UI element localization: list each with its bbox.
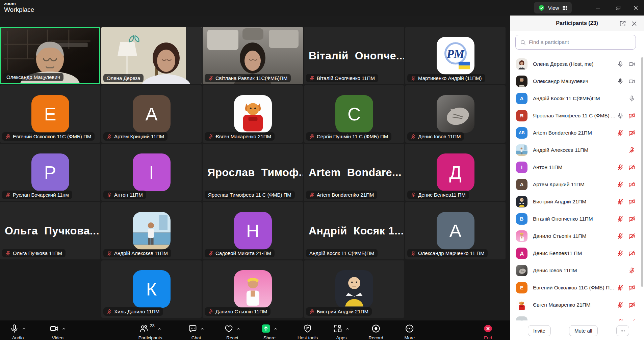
letter-avatar: Н <box>234 212 272 250</box>
participant-tile[interactable]: Д Денис Беляев11 ПМ <box>405 144 506 201</box>
participant-row[interactable]: АВ Artem Bondarenko 21ПМ <box>510 124 644 141</box>
view-button[interactable]: View <box>534 2 572 13</box>
tile-name-text: Ярослав Тимофеев 11 С (ФМБ) ПМ <box>208 192 291 198</box>
end-button[interactable]: End <box>483 323 493 340</box>
participant-row[interactable]: Е Евгений Осколков 11С (ФМБ) П... <box>510 279 644 296</box>
chevron-up-icon[interactable] <box>157 327 162 331</box>
close-panel-icon[interactable] <box>630 20 638 27</box>
participants-panel-title: Participants (23) <box>556 20 598 26</box>
chevron-up-icon[interactable] <box>200 327 205 331</box>
participant-row[interactable]: А Андрій Косяк 11 С(ФМБ)ПМ <box>510 90 644 107</box>
find-participant-input[interactable] <box>529 39 636 45</box>
participant-avatar: В <box>516 213 527 225</box>
invite-button[interactable]: Invite <box>528 325 551 336</box>
participant-tile[interactable]: Artem Bondare... Artem Bondarenko 21ПМ <box>304 144 404 201</box>
chevron-up-icon[interactable] <box>22 327 26 331</box>
tile-name-label: Руслан Бочарский 11пм <box>2 191 72 199</box>
participant-row[interactable]: Данило Стьопін 11ПМ <box>510 227 644 245</box>
minimize-button[interactable] <box>589 0 606 16</box>
participant-tile[interactable]: Євген Макаренко 21ПМ <box>203 85 303 143</box>
participant-row[interactable]: Д Денис Беляев11 ПМ <box>510 245 644 262</box>
participant-tile[interactable]: Олена Дереза <box>101 27 202 84</box>
participants-button[interactable]: 23 Participants <box>138 323 162 340</box>
tile-name-text: Руслан Бочарский 11пм <box>13 192 69 198</box>
letter-avatar: А <box>516 93 527 104</box>
photo-avatar <box>234 270 272 308</box>
participant-tile[interactable]: Ярослав Тимоф... Ярослав Тимофеев 11 С (… <box>203 144 303 201</box>
more-icon <box>405 324 414 333</box>
participant-row[interactable]: Денис Іовов 11ПМ <box>510 262 644 279</box>
mic-status-icon <box>617 198 624 205</box>
participant-status-icons <box>617 78 635 85</box>
restore-button[interactable] <box>610 0 626 16</box>
participant-tile[interactable]: К Хиль Данило 11ПМ <box>101 260 202 318</box>
participant-tile[interactable]: Андрій Алексєєв 11ПМ <box>101 202 202 259</box>
participants-more-button[interactable] <box>616 325 629 336</box>
participant-row[interactable]: Олена Дереза (Host, me) <box>510 55 644 73</box>
participant-tile[interactable]: А Олександр Марченко 11 ПМ <box>405 202 506 259</box>
photo-avatar <box>516 58 527 70</box>
close-window-button[interactable] <box>627 0 644 16</box>
tile-name-label: Андрій Косяк 11 С(ФМБ)ПМ <box>306 249 378 257</box>
participant-row[interactable]: Олександр Мацулевич <box>510 73 644 90</box>
letter-avatar: С <box>335 95 373 133</box>
tile-name-text: Андрій Косяк 11 С(ФМБ)ПМ <box>309 250 374 256</box>
camera-status-icon <box>628 164 635 171</box>
participant-tile[interactable]: Е Евгений Осколков 11С (ФМБ) ПМ <box>0 85 100 143</box>
participant-avatar <box>516 230 527 242</box>
popout-panel-icon[interactable] <box>619 20 626 27</box>
chevron-up-icon[interactable] <box>62 327 66 331</box>
toolbar-button-label: End <box>484 335 492 340</box>
chevron-up-icon[interactable] <box>274 327 278 331</box>
audio-button[interactable]: Audio <box>10 323 26 340</box>
participant-tile[interactable]: Олександр Мацулевич <box>0 27 100 84</box>
participant-row[interactable]: І Антон 11ПМ <box>510 159 644 176</box>
participant-row[interactable]: Я Ярослав Тимофеев 11 С (ФМБ) ... <box>510 107 644 124</box>
participant-tile[interactable]: С Сергій Пушмін 11 С (ФМБ) ПМ <box>304 85 404 143</box>
toolbar-button-label: Record <box>368 335 383 340</box>
participant-avatar <box>516 76 527 87</box>
participant-name: Антон 11ПМ <box>533 164 617 170</box>
share-button[interactable]: Share <box>261 323 278 340</box>
record-button[interactable]: Record <box>368 323 383 340</box>
video-button[interactable]: Video <box>50 323 66 340</box>
participant-row[interactable]: Бистрий Андрій 21ПМ <box>510 193 644 210</box>
participant-name: Бистрий Андрій 21ПМ <box>533 199 617 205</box>
participant-tile[interactable]: І Антон 11ПМ <box>101 144 202 201</box>
participant-avatar: Е <box>516 282 527 293</box>
participant-tile[interactable]: Бистрий Андрій 21ПМ <box>304 260 404 318</box>
participant-row[interactable]: Євген Макаренко 21ПМ <box>510 296 644 313</box>
more-button[interactable]: More <box>405 323 415 340</box>
react-button[interactable]: React <box>224 323 241 340</box>
chevron-up-icon[interactable] <box>236 327 241 331</box>
panel-scrollbar[interactable] <box>641 57 643 287</box>
participant-tile[interactable]: Н Садовой Микита 21-ПМ <box>203 202 303 259</box>
participant-tile[interactable]: Р Руслан Бочарский 11пм <box>0 144 100 201</box>
participant-tile[interactable]: Ольга Пучкова... Ольга Пучкова 11ПМ <box>0 202 100 259</box>
mute-all-button[interactable]: Mute all <box>569 325 598 336</box>
participants-panel-footer: Invite Mute all <box>510 320 644 340</box>
participant-tile[interactable]: Денис Іовов 11ПМ <box>405 85 506 143</box>
participant-tile[interactable]: РМ Мартиненко Андрій (11ПМ) <box>405 27 506 84</box>
chevron-up-icon[interactable] <box>345 327 350 331</box>
participant-tile[interactable]: Андрій Косяк 1... Андрій Косяк 11 С(ФМБ)… <box>304 202 404 259</box>
participant-row[interactable]: Андрій Алексєєв 11ПМ <box>510 141 644 159</box>
participant-row[interactable]: А Артем Крицкий 11ПМ <box>510 176 644 193</box>
participant-tile[interactable]: А Артем Крицкий 11ПМ <box>101 85 202 143</box>
apps-button[interactable]: Apps <box>333 323 350 340</box>
react-icon <box>224 324 234 333</box>
participant-tile[interactable]: Світлана Равлик 11С(ФМБ)ПМ <box>203 27 303 84</box>
title-bar: zoom Workplace View <box>0 0 644 16</box>
brand-zoom: zoom <box>4 1 34 6</box>
mic-status-icon <box>617 181 624 188</box>
muted-mic-icon <box>5 251 11 256</box>
host-tools-button[interactable]: Host tools <box>298 323 318 340</box>
chat-button[interactable]: Chat <box>188 323 205 340</box>
participants-panel: Participants (23) Олена Дереза (Host, me… <box>510 16 644 340</box>
participant-name: Ярослав Тимофеев 11 С (ФМБ) ... <box>533 113 617 119</box>
participant-tile[interactable]: Данило Стьопін 11ПМ <box>203 260 303 318</box>
participant-row[interactable] <box>510 313 644 320</box>
tile-name-text: Хиль Данило 11ПМ <box>114 309 160 314</box>
participant-row[interactable]: В Віталій Онопченко 11ПМ <box>510 210 644 227</box>
participant-tile[interactable]: Віталій Онопче... Віталій Онопченко 11ПМ <box>304 27 404 84</box>
